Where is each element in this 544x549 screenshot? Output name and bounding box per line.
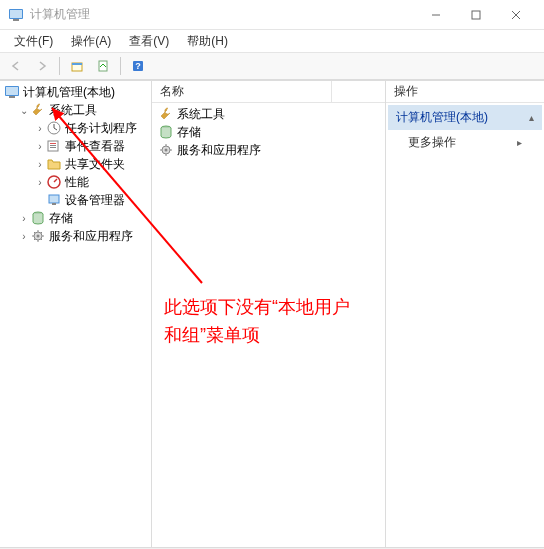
tree-storage[interactable]: › 存储 <box>2 209 149 227</box>
svg-rect-13 <box>6 87 18 95</box>
tree-label: 计算机管理(本地) <box>23 84 115 101</box>
folder-icon <box>46 156 62 172</box>
forward-button <box>30 55 54 77</box>
svg-rect-1 <box>10 10 22 18</box>
svg-point-25 <box>37 235 40 238</box>
tree-performance[interactable]: › 性能 <box>2 173 149 191</box>
svg-rect-19 <box>50 147 56 148</box>
svg-rect-2 <box>13 19 19 21</box>
svg-rect-17 <box>50 143 56 144</box>
list-item-services[interactable]: 服务和应用程序 <box>156 141 381 159</box>
chevron-up-icon: ▴ <box>529 112 534 123</box>
menu-view[interactable]: 查看(V) <box>121 31 177 52</box>
list-item-system-tools[interactable]: 系统工具 <box>156 105 381 123</box>
svg-rect-4 <box>472 11 480 19</box>
expand-icon[interactable]: › <box>34 177 46 188</box>
expand-icon[interactable]: › <box>18 213 30 224</box>
help-button[interactable]: ? <box>126 55 150 77</box>
expand-icon[interactable]: › <box>34 159 46 170</box>
list-pane[interactable]: 名称 系统工具 存储 服务和应用程序 此选项下没有“本地用户和组”菜单项 <box>152 81 386 547</box>
svg-rect-18 <box>50 145 56 146</box>
svg-rect-14 <box>9 96 15 98</box>
expand-icon[interactable]: › <box>34 141 46 152</box>
svg-rect-8 <box>72 63 82 65</box>
tree-services-apps[interactable]: › 服务和应用程序 <box>2 227 149 245</box>
tree-root[interactable]: 计算机管理(本地) <box>2 83 149 101</box>
svg-rect-21 <box>49 195 59 203</box>
clock-icon <box>46 120 62 136</box>
tree-pane[interactable]: 计算机管理(本地) ⌄ 系统工具 › 任务计划程序 › 事件查看器 › 共享文件… <box>0 81 152 547</box>
annotation-text: 此选项下没有“本地用户和组”菜单项 <box>164 293 364 349</box>
tree-device-manager[interactable]: 设备管理器 <box>2 191 149 209</box>
action-label: 计算机管理(本地) <box>396 109 488 126</box>
tree-event-viewer[interactable]: › 事件查看器 <box>2 137 149 155</box>
collapse-icon[interactable]: ⌄ <box>18 105 30 116</box>
maximize-button[interactable] <box>456 1 496 29</box>
svg-rect-9 <box>99 61 107 71</box>
actions-pane: 操作 计算机管理(本地) ▴ 更多操作 ▸ <box>386 81 544 547</box>
actions-header: 操作 <box>386 81 544 103</box>
menu-help[interactable]: 帮助(H) <box>179 31 236 52</box>
list-label: 存储 <box>177 124 201 141</box>
close-button[interactable] <box>496 1 536 29</box>
tree-label: 存储 <box>49 210 73 227</box>
toolbar: ? <box>0 52 544 80</box>
column-name[interactable]: 名称 <box>152 81 332 102</box>
action-more[interactable]: 更多操作 ▸ <box>388 130 542 155</box>
storage-icon <box>30 210 46 226</box>
svg-rect-22 <box>52 203 56 205</box>
up-button[interactable] <box>65 55 89 77</box>
tree-label: 任务计划程序 <box>65 120 137 137</box>
properties-button[interactable] <box>91 55 115 77</box>
list-header: 名称 <box>152 81 385 103</box>
back-button <box>4 55 28 77</box>
svg-text:?: ? <box>135 61 141 71</box>
toolbar-separator <box>120 57 121 75</box>
wrench-icon <box>158 106 174 122</box>
tree-label: 系统工具 <box>49 102 97 119</box>
expand-icon[interactable]: › <box>34 123 46 134</box>
tree-task-scheduler[interactable]: › 任务计划程序 <box>2 119 149 137</box>
wrench-icon <box>30 102 46 118</box>
gear-icon <box>30 228 46 244</box>
storage-icon <box>158 124 174 140</box>
tree-label: 事件查看器 <box>65 138 125 155</box>
menu-file[interactable]: 文件(F) <box>6 31 61 52</box>
computer-mgmt-icon <box>4 84 20 100</box>
tree-system-tools[interactable]: ⌄ 系统工具 <box>2 101 149 119</box>
device-icon <box>46 192 62 208</box>
chevron-right-icon: ▸ <box>517 137 522 148</box>
expand-icon[interactable]: › <box>18 231 30 242</box>
tree-shared-folders[interactable]: › 共享文件夹 <box>2 155 149 173</box>
performance-icon <box>46 174 62 190</box>
menubar: 文件(F) 操作(A) 查看(V) 帮助(H) <box>0 30 544 52</box>
app-icon <box>8 7 24 23</box>
titlebar: 计算机管理 <box>0 0 544 30</box>
tree-label: 服务和应用程序 <box>49 228 133 245</box>
toolbar-separator <box>59 57 60 75</box>
action-root[interactable]: 计算机管理(本地) ▴ <box>388 105 542 130</box>
event-icon <box>46 138 62 154</box>
svg-point-28 <box>165 149 168 152</box>
tree-label: 共享文件夹 <box>65 156 125 173</box>
tree-label: 设备管理器 <box>65 192 125 209</box>
window-title: 计算机管理 <box>30 6 416 23</box>
list-item-storage[interactable]: 存储 <box>156 123 381 141</box>
minimize-button[interactable] <box>416 1 456 29</box>
tree-label: 性能 <box>65 174 89 191</box>
gear-icon <box>158 142 174 158</box>
menu-action[interactable]: 操作(A) <box>63 31 119 52</box>
list-label: 系统工具 <box>177 106 225 123</box>
action-label: 更多操作 <box>408 134 456 151</box>
list-label: 服务和应用程序 <box>177 142 261 159</box>
